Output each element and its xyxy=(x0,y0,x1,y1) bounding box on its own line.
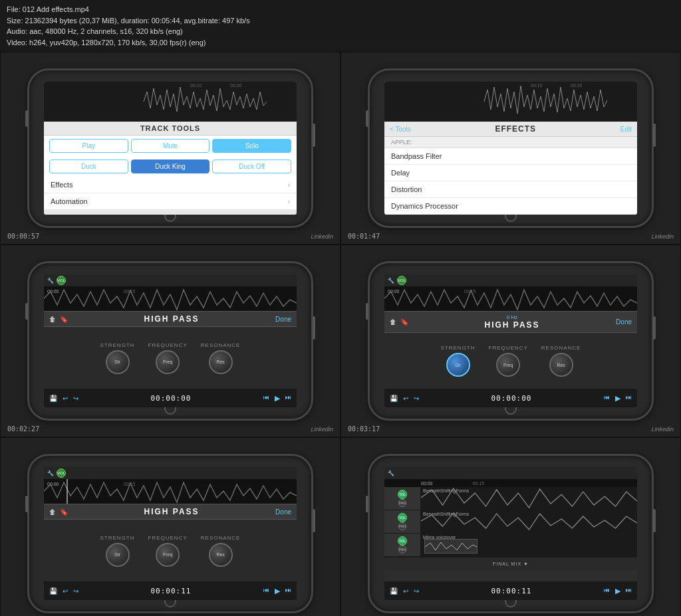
hp-prev-icon-1[interactable]: ⏮ xyxy=(263,394,269,403)
daw-screen: 🔧 00:00 00:15 VOL PAN xyxy=(384,467,637,600)
effects-item-dynamics[interactable]: Dynamics Processor xyxy=(384,198,637,215)
hp-done-3[interactable]: Done xyxy=(275,508,291,516)
hp-bottom-bar-3: 💾 ↩ ↪ 00:00:11 ⏮ ▶ ⏭ xyxy=(44,581,297,600)
hp-save-icon-1[interactable]: 💾 xyxy=(49,395,57,402)
hp-freq-knob-3[interactable]: Freq xyxy=(156,543,180,567)
hp-bookmark-icon-2[interactable]: 🔖 xyxy=(400,318,408,326)
daw-pan-3[interactable]: PAN xyxy=(398,546,406,554)
effects-menu-item[interactable]: Effects › xyxy=(44,177,297,193)
screen-track-tools: 00:10 00:20 TRACK TOOLS Play Mute Solo xyxy=(44,82,297,215)
daw-vol-2[interactable]: VOL xyxy=(398,513,407,522)
mute-button[interactable]: Mute xyxy=(131,139,210,153)
timestamp-1: 00:00:57 xyxy=(7,233,39,240)
hp-undo-icon-1[interactable]: ↩ xyxy=(63,395,68,402)
hp-res-label-2: RESONANCE xyxy=(541,345,581,351)
hp-delete-icon-1[interactable]: 🗑 xyxy=(49,316,56,323)
hp-save-icon-2[interactable]: 💾 xyxy=(390,395,398,402)
automation-menu-item[interactable]: Automation › xyxy=(44,193,297,210)
daw-final-mix-bar[interactable]: FINAL MIX ▼ xyxy=(384,557,637,570)
daw-redo-icon[interactable]: ↪ xyxy=(414,587,419,595)
daw-vol-3[interactable]: VOL xyxy=(398,536,407,546)
hp-bookmark-icon-1[interactable]: 🔖 xyxy=(60,316,68,323)
daw-track-content-2: BeneathShiftingForms xyxy=(421,510,637,533)
timestamp-2: 00:01:47 xyxy=(348,233,380,240)
phone-4: 🔧 VOL 00:00 00:15 🗑 🔖 xyxy=(368,261,654,421)
watermark-3: Linkedin xyxy=(311,426,333,433)
hp-prev-icon-3[interactable]: ⏮ xyxy=(263,587,269,595)
effects-item-bandpass[interactable]: Bandpass Filter xyxy=(384,148,637,165)
hp-save-icon-3[interactable]: 💾 xyxy=(49,587,57,595)
daw-track-content-3: Mbira voiceover xyxy=(421,534,637,556)
duck-button[interactable]: Duck xyxy=(49,159,128,173)
waveform-top-1: 00:10 00:20 xyxy=(44,82,297,122)
hp-title-2: HIGH PASS xyxy=(484,320,539,330)
hp-done-2[interactable]: Done xyxy=(616,318,632,326)
hp-title-3: HIGH PASS xyxy=(68,507,275,516)
effects-back-button[interactable]: < Tools xyxy=(390,126,411,133)
transport-play-icon[interactable]: ▶ xyxy=(168,213,173,215)
transport-back-icon[interactable]: ⏮ xyxy=(49,214,55,215)
duck-king-button[interactable]: Duck King xyxy=(131,159,210,173)
hp-vol-knob-3[interactable]: VOL xyxy=(57,468,66,478)
hp-play-icon-2[interactable]: ▶ xyxy=(615,394,620,403)
hp-redo-icon-1[interactable]: ↪ xyxy=(73,395,78,402)
hp-done-1[interactable]: Done xyxy=(275,316,291,323)
daw-pan-2[interactable]: PAN xyxy=(398,522,406,530)
hp-str-knob-3[interactable]: Str xyxy=(106,543,130,567)
hp-undo-icon-3[interactable]: ↩ xyxy=(63,587,68,595)
track-tools-row2: Duck Duck King Duck Off xyxy=(44,156,297,177)
daw-save-icon[interactable]: 💾 xyxy=(390,587,398,595)
transport-forward-icon[interactable]: ⏭ xyxy=(285,214,291,215)
hp-delete-icon-2[interactable]: 🗑 xyxy=(390,318,396,326)
daw-vol-1[interactable]: VOL xyxy=(398,490,407,499)
effects-section-label: APPLE: xyxy=(384,137,637,148)
hp-str-knob-1[interactable]: Str xyxy=(106,350,130,374)
file-line2: Size: 21362394 bytes (20,37 MiB), durati… xyxy=(7,15,674,27)
hp-freq-knob-1[interactable]: Freq xyxy=(156,350,180,374)
daw-undo-icon[interactable]: ↩ xyxy=(403,587,408,595)
automation-arrow-icon: › xyxy=(288,198,290,205)
hp-freq-display: 0 Hz xyxy=(484,314,539,320)
effects-title: EFFECTS xyxy=(495,124,536,134)
phone-2: 00:10 00:20 < Tools EFFECTS Edit APPLE: … xyxy=(368,68,654,228)
cell-high-pass-2: 🔧 VOL 00:00 00:15 🗑 🔖 xyxy=(340,245,681,437)
watermark-1: Linkedin xyxy=(311,233,333,240)
hp-vol-knob-1[interactable]: VOL xyxy=(57,276,66,285)
hp-play-icon-3[interactable]: ▶ xyxy=(275,587,280,595)
hp-next-icon-1[interactable]: ⏭ xyxy=(285,394,291,403)
ruler-label-15: 00:15 xyxy=(473,481,485,486)
hp-next-icon-2[interactable]: ⏭ xyxy=(626,394,632,403)
hp-res-knob-3[interactable]: Res xyxy=(209,543,233,567)
daw-next-icon[interactable]: ⏭ xyxy=(626,587,632,595)
hp-bookmark-icon-3[interactable]: 🔖 xyxy=(60,508,68,516)
hp-redo-icon-2[interactable]: ↪ xyxy=(414,395,419,402)
hp-prev-icon-2[interactable]: ⏮ xyxy=(604,394,610,403)
daw-prev-icon[interactable]: ⏮ xyxy=(604,587,610,595)
duck-off-button[interactable]: Duck Off xyxy=(212,159,291,173)
hp-res-knob-2[interactable]: Res xyxy=(549,353,573,377)
hp-freq-label-text-3: FREQUENCY xyxy=(148,535,188,541)
daw-pan-1[interactable]: PAN xyxy=(398,499,406,507)
hp-freq-knob-2[interactable]: Freq xyxy=(496,353,520,377)
hp-delete-icon-3[interactable]: 🗑 xyxy=(49,508,56,516)
track-tools-title: TRACK TOOLS xyxy=(44,122,297,136)
hp-play-icon-1[interactable]: ▶ xyxy=(275,394,280,403)
svg-rect-3 xyxy=(384,82,637,122)
screen-daw: 🔧 00:00 00:15 VOL PAN xyxy=(384,467,637,600)
effects-edit-button[interactable]: Edit xyxy=(620,126,632,133)
hp-str-knob-2[interactable]: Str xyxy=(446,353,470,377)
hp-undo-icon-2[interactable]: ↩ xyxy=(403,395,408,402)
daw-play-icon[interactable]: ▶ xyxy=(615,587,620,595)
hp-vol-knob-2[interactable]: VOL xyxy=(397,276,406,285)
hp-redo-icon-3[interactable]: ↪ xyxy=(73,587,78,595)
phone-5: 🔧 VOL 00:00 00:15 xyxy=(27,454,313,613)
hp-next-icon-3[interactable]: ⏭ xyxy=(285,587,291,595)
play-button[interactable]: Play xyxy=(49,139,128,153)
hp-res-knob-1[interactable]: Res xyxy=(209,350,233,374)
cell-daw: 🔧 00:00 00:15 VOL PAN xyxy=(340,437,681,616)
ruler-label-0: 00:00 xyxy=(421,481,433,486)
effects-item-delay[interactable]: Delay xyxy=(384,165,637,181)
solo-button[interactable]: Solo xyxy=(212,139,291,153)
effects-label: Effects xyxy=(51,181,72,189)
effects-item-distortion[interactable]: Distortion xyxy=(384,181,637,198)
